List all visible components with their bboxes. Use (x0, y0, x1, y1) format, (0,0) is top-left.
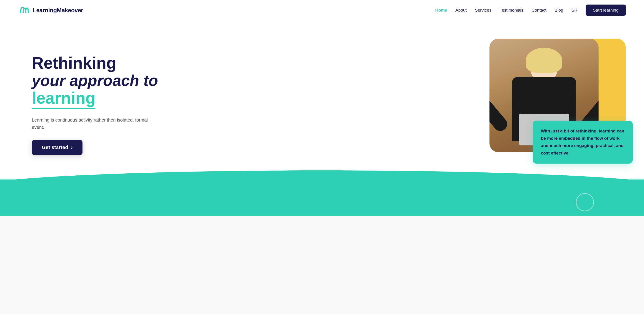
hero-content: Rethinking your approach to learning Lea… (32, 54, 159, 155)
hero-title-line3: learning (32, 89, 159, 111)
hero-title-line2: your approach to (32, 72, 159, 89)
get-started-label: Get started (42, 144, 68, 150)
nav-links: Home About Services Testimonials Contact… (435, 8, 626, 13)
start-learning-button[interactable]: Start learning (586, 4, 626, 16)
logo-icon (18, 4, 30, 16)
nav-link-services[interactable]: Services (475, 8, 492, 12)
hero-description: Learning is continuous activity rather t… (32, 116, 159, 131)
person-hair (526, 48, 562, 73)
person-arm-left (490, 90, 510, 134)
hero-image-area: With just a bit of rethinking, learning … (490, 39, 626, 170)
hero-info-box: With just a bit of rethinking, learning … (533, 121, 633, 164)
hero-info-text: With just a bit of rethinking, learning … (541, 128, 624, 157)
nav-link-contact[interactable]: Contact (532, 8, 546, 12)
nav-link-home[interactable]: Home (435, 8, 447, 12)
hero-section: Rethinking your approach to learning Lea… (0, 20, 644, 184)
bottom-circle-decoration (576, 193, 594, 211)
brand-name: LearningMakeover (33, 7, 83, 14)
arrow-icon: › (71, 144, 72, 150)
get-started-button[interactable]: Get started › (32, 140, 82, 155)
bottom-wave (0, 180, 644, 216)
nav-link-about[interactable]: About (456, 8, 467, 12)
hero-title-line1: Rethinking (32, 54, 159, 72)
nav-link-sr[interactable]: SR (572, 8, 578, 12)
nav-link-testimonials[interactable]: Testimonials (500, 8, 524, 12)
navbar: LearningMakeover Home About Services Tes… (0, 0, 644, 20)
logo-link[interactable]: LearningMakeover (18, 4, 83, 16)
nav-link-blog[interactable]: Blog (555, 8, 563, 12)
